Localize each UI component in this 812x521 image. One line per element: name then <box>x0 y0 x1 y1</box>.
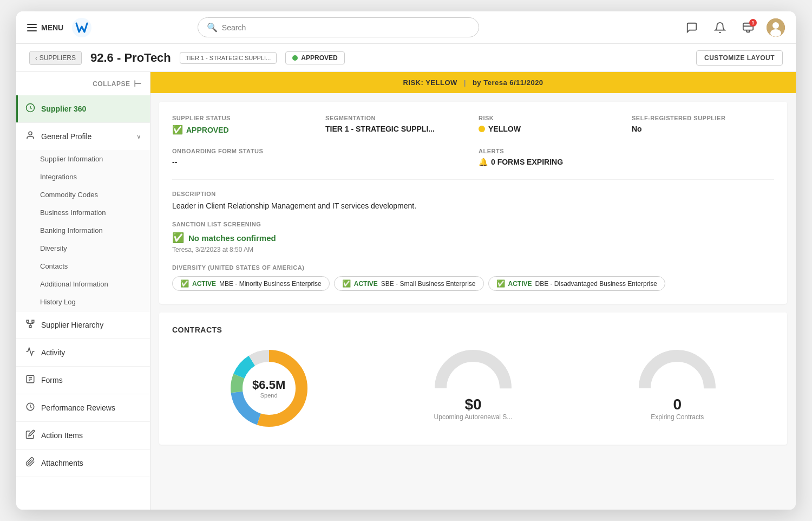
diversity-tag-sbe: ✅ ACTIVE SBE - Small Business Enterprise <box>334 276 484 291</box>
expiring-semi-chart <box>634 345 721 394</box>
top-nav: MENU 🔍 1 <box>16 11 796 44</box>
expiring-amount: 0 <box>673 396 682 413</box>
status-tag: APPROVED <box>285 51 344 64</box>
diversity-label: DIVERSITY (UNITED STATES OF AMERICA) <box>172 264 774 271</box>
sbe-active-label: ACTIVE <box>354 280 378 288</box>
collapse-button[interactable]: COLLAPSE ⊢ <box>16 72 150 95</box>
svg-rect-8 <box>32 320 34 322</box>
sidebar-section-activity: Activity <box>16 339 150 367</box>
supplier360-icon <box>25 103 36 115</box>
inbox-icon-button[interactable]: 1 <box>738 18 758 37</box>
alerts-value: 🔔 0 FORMS EXPIRING <box>479 158 774 166</box>
contracts-card: CONTRACTS <box>159 312 787 445</box>
supplier-hierarchy-icon <box>25 319 36 331</box>
autorenewal-contract-item: $0 Upcoming Autorenewal S... <box>376 345 569 432</box>
segmentation-label: SEGMENTATION <box>325 115 468 121</box>
general-profile-icon <box>25 131 36 142</box>
sidebar-item-commodity-codes[interactable]: Commodity Codes <box>16 186 150 204</box>
search-bar[interactable]: 🔍 <box>198 17 479 37</box>
self-registered-field: SELF-REGISTERED SUPPLIER No <box>632 115 774 135</box>
workday-logo <box>72 18 91 37</box>
sidebar-item-label-attachments: Attachments <box>41 459 83 467</box>
diversity-tag-dbe: ✅ ACTIVE DBE - Disadvantaged Business En… <box>488 276 665 291</box>
sidebar-item-label-general-profile: General Profile <box>41 132 91 141</box>
action-items-icon <box>25 429 36 441</box>
mbe-check-icon: ✅ <box>180 279 189 288</box>
description-section: DESCRIPTION Leader in Client Relationshi… <box>172 191 774 210</box>
description-value: Leader in Client Relationship Management… <box>172 201 774 210</box>
status-label: APPROVED <box>301 54 337 62</box>
forms-icon <box>25 374 36 386</box>
sidebar-item-diversity[interactable]: Diversity <box>16 239 150 257</box>
customize-layout-button[interactable]: CUSTOMIZE LAYOUT <box>696 50 783 66</box>
performance-reviews-icon <box>25 402 36 414</box>
svg-point-4 <box>770 29 781 37</box>
sidebar-sub-general-profile: Supplier Information Integrations Commod… <box>16 150 150 311</box>
risk-label: RISK: YELLOW <box>403 79 457 87</box>
chat-icon-button[interactable] <box>682 18 702 37</box>
dbe-check-icon: ✅ <box>496 279 505 288</box>
svg-rect-9 <box>29 325 31 328</box>
sidebar-item-banking-information[interactable]: Banking Information <box>16 222 150 239</box>
risk-banner: RISK: YELLOW | by Teresa 6/11/2020 <box>150 72 796 93</box>
avatar[interactable] <box>767 18 785 37</box>
sbe-description: SBE - Small Business Enterprise <box>381 280 476 288</box>
autorenewal-label: Upcoming Autorenewal S... <box>434 413 513 421</box>
sidebar-item-general-profile[interactable]: General Profile ∨ <box>16 123 150 150</box>
sidebar-item-performance-reviews[interactable]: Performance Reviews <box>16 394 150 421</box>
sidebar-item-attachments[interactable]: Attachments <box>16 450 150 477</box>
collapse-label: COLLAPSE <box>93 80 130 88</box>
search-input[interactable] <box>222 23 470 32</box>
sidebar-item-supplier-information[interactable]: Supplier Information <box>16 150 150 168</box>
sidebar-section-action-items: Action Items <box>16 422 150 450</box>
supplier-status-label: SUPPLIER STATUS <box>172 115 315 121</box>
content-area: RISK: YELLOW | by Teresa 6/11/2020 SUPPL… <box>150 72 796 510</box>
menu-button[interactable]: MENU <box>27 23 63 32</box>
back-label: SUPPLIERS <box>40 54 76 62</box>
expiring-contract-item: 0 Expiring Contracts <box>581 345 774 432</box>
info-grid: SUPPLIER STATUS ✅ APPROVED SEGMENTATION … <box>172 115 774 135</box>
yellow-dot-icon <box>479 126 485 132</box>
sidebar-item-supplier360[interactable]: Supplier 360 <box>16 95 150 122</box>
sidebar-item-contacts[interactable]: Contacts <box>16 257 150 275</box>
alerts-label: ALERTS <box>479 148 774 154</box>
info-grid-2: ONBOARDING FORM STATUS -- ALERTS 🔔 0 FOR… <box>172 148 774 166</box>
supplier-status-value: ✅ APPROVED <box>172 125 315 135</box>
sanction-value: ✅ No matches confirmed <box>172 232 774 244</box>
onboarding-form-field: ONBOARDING FORM STATUS -- <box>172 148 468 166</box>
risk-field: RISK YELLOW <box>479 115 621 135</box>
activity-icon <box>25 347 36 359</box>
sidebar-item-additional-information[interactable]: Additional Information <box>16 275 150 293</box>
sidebar-item-integrations[interactable]: Integrations <box>16 168 150 186</box>
spend-donut-chart: $6.5M Spend <box>226 345 312 432</box>
sidebar-item-action-items[interactable]: Action Items <box>16 422 150 449</box>
sidebar-item-supplier-hierarchy[interactable]: Supplier Hierarchy <box>16 311 150 338</box>
notification-badge: 1 <box>749 19 757 27</box>
sidebar-item-forms[interactable]: Forms <box>16 367 150 394</box>
sidebar-item-label-supplier360: Supplier 360 <box>41 105 86 113</box>
sidebar-section-general-profile: General Profile ∨ Supplier Information I… <box>16 123 150 311</box>
contracts-grid: $6.5M Spend $0 <box>172 345 774 432</box>
back-button[interactable]: ‹ SUPPLIERS <box>29 51 82 65</box>
sidebar-section-hierarchy: Supplier Hierarchy <box>16 311 150 339</box>
main-content: COLLAPSE ⊢ Supplier 360 General Profile <box>16 72 796 510</box>
menu-label: MENU <box>41 23 63 32</box>
risk-by-text: by Teresa 6/11/2020 <box>473 79 543 87</box>
sidebar-item-history-log[interactable]: History Log <box>16 293 150 311</box>
segmentation-tag: TIER 1 - STRATEGIC SUPPLI... <box>180 52 277 64</box>
sidebar-item-label-supplier-hierarchy: Supplier Hierarchy <box>41 321 103 329</box>
sidebar-item-activity[interactable]: Activity <box>16 339 150 366</box>
notification-icon-button[interactable] <box>710 18 730 37</box>
segmentation-field: SEGMENTATION TIER 1 - STRATEGIC SUPPLI..… <box>325 115 468 135</box>
sidebar-item-label-performance-reviews: Performance Reviews <box>41 403 115 412</box>
bell-icon: 🔔 <box>479 158 488 166</box>
contracts-title: CONTRACTS <box>172 325 774 334</box>
spend-label: Spend <box>252 392 285 399</box>
sidebar-item-label-action-items: Action Items <box>41 431 83 440</box>
sanction-section: SANCTION LIST SCREENING ✅ No matches con… <box>172 221 774 253</box>
sidebar-section-performance: Performance Reviews <box>16 394 150 422</box>
onboarding-form-label: ONBOARDING FORM STATUS <box>172 148 468 154</box>
sidebar-item-business-information[interactable]: Business Information <box>16 204 150 222</box>
sanction-check-icon: ✅ <box>172 232 184 244</box>
breadcrumb-bar: ‹ SUPPLIERS 92.6 - ProTech TIER 1 - STRA… <box>16 44 796 72</box>
